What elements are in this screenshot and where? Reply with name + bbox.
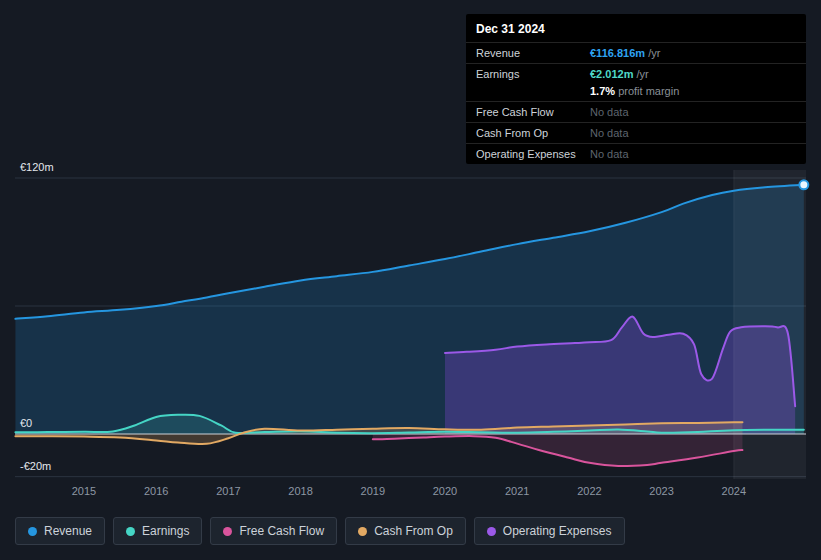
x-label: 2022: [577, 485, 601, 497]
revenue-endpoint-marker[interactable]: [799, 180, 808, 189]
x-label: 2019: [361, 485, 385, 497]
x-label: 2020: [433, 485, 457, 497]
tooltip-row-revenue: Revenue €116.816m /yr: [466, 42, 806, 63]
tooltip-row-fcf: Free Cash Flow No data: [466, 101, 806, 122]
earnings-dot-icon: [126, 527, 135, 536]
tooltip-fcf-value: No data: [590, 105, 629, 119]
x-label: 2021: [505, 485, 529, 497]
profit-margin-value: 1.7%: [590, 85, 615, 97]
earnings-unit: /yr: [637, 68, 649, 80]
chart-legend: Revenue Earnings Free Cash Flow Cash Fro…: [15, 517, 625, 545]
stock-financials-chart: €120m€0-€20m2015201620172018201920202021…: [0, 0, 821, 560]
tooltip-earnings-label: Earnings: [476, 67, 590, 81]
x-axis-labels: 2015201620172018201920202021202220232024: [72, 485, 746, 497]
legend-label-earnings: Earnings: [142, 524, 189, 538]
y-label: -€20m: [20, 460, 51, 472]
legend-label-operating-expenses: Operating Expenses: [503, 524, 612, 538]
free-cash-flow-dot-icon: [223, 527, 232, 536]
x-label: 2018: [288, 485, 312, 497]
legend-item-operating-expenses[interactable]: Operating Expenses: [474, 517, 625, 545]
tooltip-revenue-label: Revenue: [476, 46, 590, 60]
tooltip-row-cashop: Cash From Op No data: [466, 122, 806, 143]
chart-tooltip: Dec 31 2024 Revenue €116.816m /yr Earnin…: [466, 14, 806, 164]
y-label: €0: [20, 417, 32, 429]
revenue-amount: €116.816m: [590, 47, 645, 59]
x-label: 2016: [144, 485, 168, 497]
tooltip-cashop-label: Cash From Op: [476, 126, 590, 140]
profit-margin: 1.7% profit margin: [590, 84, 679, 98]
x-label: 2015: [72, 485, 96, 497]
y-label: €120m: [20, 161, 54, 173]
legend-label-cash-from-op: Cash From Op: [374, 524, 453, 538]
tooltip-row-opex: Operating Expenses No data: [466, 143, 806, 164]
free-cash-flow-area: [373, 434, 743, 466]
tooltip-row-earnings: Earnings €2.012m /yr 1.7% profit margin: [466, 63, 806, 101]
legend-label-free-cash-flow: Free Cash Flow: [239, 524, 324, 538]
profit-margin-text: profit margin: [618, 85, 679, 97]
tooltip-opex-value: No data: [590, 147, 629, 161]
operating-expenses-dot-icon: [487, 527, 496, 536]
cash-from-op-dot-icon: [358, 527, 367, 536]
legend-label-revenue: Revenue: [44, 524, 92, 538]
legend-item-cash-from-op[interactable]: Cash From Op: [345, 517, 466, 545]
legend-item-earnings[interactable]: Earnings: [113, 517, 202, 545]
earnings-amount: €2.012m: [590, 68, 633, 80]
tooltip-revenue-value: €116.816m /yr: [590, 46, 660, 60]
x-label: 2017: [216, 485, 240, 497]
current-period-highlight: [734, 170, 806, 479]
revenue-unit: /yr: [648, 47, 660, 59]
x-label: 2024: [722, 485, 746, 497]
tooltip-cashop-value: No data: [590, 126, 629, 140]
x-label: 2023: [649, 485, 673, 497]
tooltip-earnings-value: €2.012m /yr 1.7% profit margin: [590, 67, 679, 98]
revenue-dot-icon: [28, 527, 37, 536]
legend-item-revenue[interactable]: Revenue: [15, 517, 105, 545]
legend-item-free-cash-flow[interactable]: Free Cash Flow: [210, 517, 337, 545]
tooltip-date: Dec 31 2024: [466, 14, 806, 42]
tooltip-fcf-label: Free Cash Flow: [476, 105, 590, 119]
tooltip-opex-label: Operating Expenses: [476, 147, 590, 161]
